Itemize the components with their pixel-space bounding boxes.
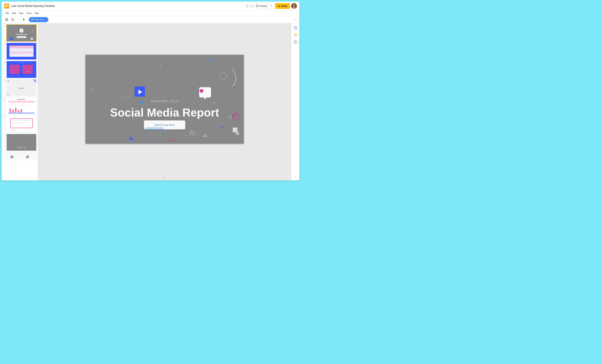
svg-rect-53 <box>10 109 11 112</box>
svg-rect-125 <box>120 137 121 138</box>
list-view-button[interactable] <box>9 154 14 159</box>
share-label: Share <box>281 5 287 7</box>
svg-rect-49 <box>9 101 34 102</box>
dot-2 <box>164 177 165 178</box>
expand-panel-button[interactable] <box>293 173 298 179</box>
svg-rect-38 <box>10 51 33 54</box>
print-button[interactable] <box>4 17 9 22</box>
list-view-icon <box>10 155 13 158</box>
toolbar: View only <box>1 16 300 23</box>
svg-rect-59 <box>7 116 36 133</box>
svg-rect-115 <box>220 127 225 127</box>
slide-5-preview: INSTAGRAM <box>7 98 36 114</box>
menu-help[interactable]: Help <box>33 10 40 16</box>
menu-edit[interactable]: Edit <box>11 10 17 16</box>
svg-rect-94 <box>122 97 131 98</box>
svg-rect-85 <box>91 86 91 92</box>
chevron-view-icon <box>44 19 46 21</box>
present-main-button[interactable]: Present <box>254 3 269 9</box>
canvas-area: JANUARY 2019 Social Media Report [Insert… <box>38 23 291 180</box>
zoom-group <box>10 17 21 22</box>
zoom-dropdown-button[interactable] <box>16 17 21 22</box>
svg-point-17 <box>32 19 33 20</box>
menu-tools[interactable]: Tools <box>25 10 33 16</box>
svg-rect-100 <box>132 116 133 117</box>
slide-thumbnail-5[interactable]: INSTAGRAM <box>6 97 37 114</box>
bookmark-icon <box>294 33 297 37</box>
right-controls: Present Share <box>253 3 297 9</box>
collapse-toolbar-button[interactable] <box>292 17 297 22</box>
slide-2-preview <box>7 43 36 60</box>
slide-item-4[interactable]: 4 Instagram <box>3 79 37 96</box>
svg-rect-127 <box>214 102 215 103</box>
svg-rect-3 <box>5 6 7 7</box>
svg-point-118 <box>187 125 188 125</box>
slide-number-4: 4 <box>3 80 5 82</box>
svg-rect-29 <box>10 38 13 40</box>
view-only-label: View only <box>34 18 43 21</box>
canvas-scroll[interactable]: JANUARY 2019 Social Media Report [Insert… <box>38 23 291 175</box>
svg-rect-128 <box>294 27 297 30</box>
view-only-button[interactable]: View only <box>29 17 48 22</box>
svg-rect-46 <box>8 80 9 81</box>
dot-3 <box>166 177 166 178</box>
present-dropdown-button[interactable] <box>269 3 274 9</box>
slide-thumbnail-2[interactable] <box>6 42 37 60</box>
svg-text:INSTAGRAM: INSTAGRAM <box>18 99 25 100</box>
slide-panel-container: 1 Social Med <box>1 23 38 180</box>
svg-rect-27 <box>31 28 32 29</box>
svg-rect-86 <box>92 88 93 92</box>
bookmark-icon-button[interactable] <box>293 32 298 38</box>
slide-item-2[interactable]: 2 <box>3 42 37 60</box>
svg-rect-12 <box>6 20 7 21</box>
calendar-icon-button[interactable] <box>293 25 298 31</box>
present-button-group[interactable]: Present <box>253 3 274 9</box>
svg-rect-54 <box>12 110 14 113</box>
right-sidebar <box>291 23 300 180</box>
share-button[interactable]: Share <box>275 3 290 9</box>
menu-file[interactable]: File <box>4 10 11 16</box>
user-avatar[interactable] <box>291 3 297 9</box>
slide-item-6[interactable]: 6 <box>3 115 37 133</box>
svg-rect-26 <box>11 29 12 30</box>
svg-text:Instagram Stories: Instagram Stories <box>17 147 26 148</box>
cursor-button[interactable] <box>22 17 27 22</box>
main-content: 1 Social Med <box>1 23 300 180</box>
slide-item-1[interactable]: 1 Social Med <box>3 24 37 42</box>
slide-thumbnail-6[interactable]: Results <box>6 115 37 133</box>
slide-item-3[interactable]: 3 Overview <box>3 61 37 78</box>
grid-view-icon <box>26 155 29 158</box>
svg-rect-119 <box>169 140 176 141</box>
slide-thumbnail-4[interactable]: Instagram <box>6 79 37 96</box>
menu-bar: File Edit View Tools Help <box>1 10 300 16</box>
svg-point-107 <box>147 128 148 129</box>
slide-item-5[interactable]: 5 INSTAGRAM <box>3 97 37 114</box>
cloud-icon[interactable] <box>250 4 253 8</box>
slide-main-content: JANUARY 2019 Social Media Report [Insert… <box>85 55 244 144</box>
app-logo-icon <box>4 3 9 9</box>
slide-panel: 1 Social Med <box>1 23 38 153</box>
print-icon <box>5 18 8 21</box>
svg-rect-68 <box>11 156 13 158</box>
task-icon-button[interactable] <box>293 39 298 45</box>
slide-7-preview: Instagram Stories <box>7 134 36 151</box>
zoom-button[interactable] <box>10 17 15 22</box>
star-icon[interactable] <box>246 4 249 8</box>
svg-rect-76 <box>28 157 29 158</box>
svg-rect-116 <box>220 128 223 128</box>
slide-number-2: 2 <box>3 43 5 45</box>
slide-thumbnail-7[interactable]: Instagram Stories <box>6 134 37 151</box>
grid-view-button[interactable] <box>25 154 30 159</box>
svg-rect-73 <box>26 156 27 156</box>
slide-thumbnail-1[interactable]: Social Media Report [Insert Logo here] <box>6 24 37 42</box>
slide-thumbnail-3[interactable]: Overview <box>6 61 37 78</box>
svg-rect-58 <box>9 113 34 114</box>
svg-rect-40 <box>10 65 20 74</box>
menu-view[interactable]: View <box>17 10 25 16</box>
svg-text:Overview: Overview <box>20 62 23 63</box>
svg-rect-104 <box>215 67 217 69</box>
canvas-bottom <box>38 175 291 180</box>
slide-number-3: 3 <box>3 62 5 63</box>
svg-rect-66 <box>8 135 10 137</box>
slide-item-7[interactable]: 7 Instagram Stories <box>3 134 37 151</box>
